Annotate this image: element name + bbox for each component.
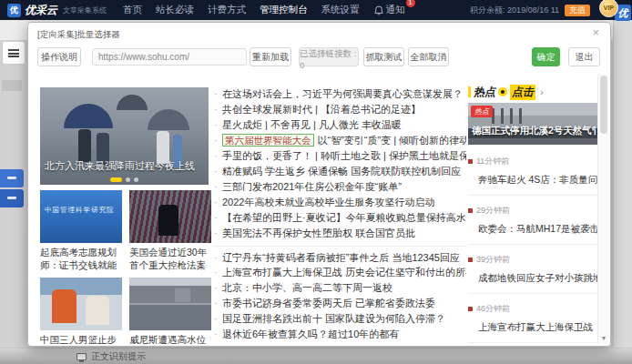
monitor-icon [76,353,87,360]
url-input[interactable] [92,48,247,66]
headline-item[interactable]: 2022年高校未就业高校毕业生服务攻坚行动启动 [213,195,466,210]
thumbnail-grid: 中国管理科学研究院 起底高考志愿规划师：证书交钱就能拿 美国会通过近30年首个重… [40,190,211,344]
headline-text: 辽宁丹东“持黄码者看病被拒”事件之后 当地12345回应 [222,252,460,263]
cancel-all-button[interactable]: 全部取消 [408,47,449,66]
chevron-right-icon[interactable]: › [540,86,544,97]
hot-list-item[interactable]: 11分钟前 奔驰车起火 4S店：非质量问题 [468,147,597,196]
click-target-icon [498,87,507,96]
headline-item[interactable]: 退休近6年被查算久吗？超过10年的都有 [213,327,466,342]
reload-button[interactable]: 重新加载 [250,47,291,66]
help-button[interactable]: 操作说明 [37,47,81,66]
thumbnail-caption[interactable]: 起底高考志愿规划师：证书交钱就能拿 [40,246,122,271]
pedestrian-shape [78,129,91,162]
recharge-button[interactable]: 充值 [565,5,590,16]
nav-item[interactable]: 首页 [123,4,142,16]
headline-text: 以“智”变引“质”变 | 倾听创新的律动 [318,135,467,146]
carousel[interactable]: 北方入汛来最强降雨过程今夜上线 [40,87,209,185]
headline-item[interactable]: 共创全球发展新时代 | 【沿着总书记的足迹】 [213,102,466,117]
notification-badge: 1 [406,0,415,7]
selected-count-field: 已选择链接数 : 0 [299,47,359,66]
carousel-dot[interactable] [126,177,130,182]
notifications-button[interactable]: 通知 1 [374,4,405,16]
hot-section-header[interactable]: 热点 点击 › [468,86,597,98]
headline-item[interactable]: 市委书记跻身省委常委两天后 已掌舵省委政法委 [213,296,466,311]
headline-item[interactable]: 精准赋码 学生返乡 保通保畅 国务院联防联控机制回应 [213,164,466,179]
hot-list-item[interactable]: 29分钟前 欧委会：马航MH17是被袭击的 [468,196,597,245]
thumbnail-caption[interactable]: 美国会通过近30年首个重大控枪法案 [129,246,211,271]
headline-item[interactable]: 【在希望的田野上·夏收记】今年夏粮收购总量保持高水平 [213,210,466,226]
red-bullet [468,307,473,311]
app-logo[interactable]: 优 优采云 文章采集系统 [7,3,116,18]
highlighted-link[interactable]: 第六届世界智能大会 [222,134,314,147]
nav-item[interactable]: 计费方式 [208,4,246,16]
headline-text: 精准赋码 学生返乡 保通保畅 国务院联防联控机制回应 [222,166,461,177]
scrollbar[interactable]: ▾ [597,74,609,344]
menu-icon [8,49,19,57]
headline-item[interactable]: 上海宣布打赢大上海保卫战 历史会记住坚守和付出的所有人 [213,265,466,280]
headline-item[interactable]: 第六届世界智能大会以“智”变引“质”变 | 倾听创新的律动 [213,133,466,148]
main-nav: 首页 站长必读 计费方式 管理控制台 系统设置 [123,4,360,16]
hot-item-time: 29分钟前 [476,205,510,217]
headline-item[interactable]: 北京：中小学、高一高二等下周一返校 [213,280,466,296]
news-thumbnail[interactable]: 中国三人男篮止步小组赛 [40,278,122,344]
hot-item-time: 39分钟前 [476,254,510,266]
headline-item[interactable]: 手里的饭，更香了！ | 聆听土地之歌 | 保护黑土地就是保护每个… [213,148,466,164]
hot-item-title: 欧委会：马航MH17是被袭击的 [468,223,597,236]
thumbnail-caption[interactable]: 威尼斯遭遇高水位侵袭 圣 [129,333,211,344]
embedded-webpage: 北方入汛来最强降雨过程今夜上线 中国管理科学研究院 起底高考志愿规划师：证书交钱… [29,74,609,344]
headline-text: 国足亚洲排名跌出前十 国家队建设为何陷入停滞？ [222,313,445,324]
carousel-dot-active[interactable] [110,177,122,182]
headline-text: 美国宪法不再保护女性堕胎权 联合国官员批 [222,228,415,238]
headline-text: 退休近6年被查算久吗？超过10年的都有 [222,329,399,339]
red-bullet [468,159,473,164]
thumbnail-image [40,278,122,330]
carousel-dot[interactable] [134,177,138,182]
thumbnail-image [129,190,211,243]
thumbnail-caption[interactable]: 中国三人男篮止步小组赛 [40,333,122,344]
hot-item-time: 46分钟前 [476,303,510,315]
confirm-button[interactable]: 确定 [532,47,560,66]
umbrella-shape [117,95,148,110]
hot-header-right: 点击 [510,85,535,100]
nav-item[interactable]: 站长必读 [156,4,194,16]
exit-button[interactable]: 退出 [568,47,600,66]
hot-clicks-section: 热点 点击 › 热点 德国正式停用北溪2号天然气管道 11分钟前 [468,86,597,343]
headline-text: 【在希望的田野上·夏收记】今年夏粮收购总量保持高水平 [222,212,466,223]
headline-item[interactable]: 星火成炬 | 不舍再见 | 凡人微光 丰收温暖 [213,117,466,133]
topbar: 优 优采云 文章采集系统 首页 站长必读 计费方式 管理控制台 系统设置 通知 … [0,0,632,20]
hot-badge: 热点 [471,106,493,117]
notice-label: 通知 [386,4,405,16]
nav-item[interactable]: 管理控制台 [260,4,308,16]
scroll-down-icon[interactable]: ▾ [598,334,609,342]
news-thumbnail[interactable]: 威尼斯遭遇高水位侵袭 圣 [129,278,211,344]
carousel-caption[interactable]: 北方入汛来最强降雨过程今夜上线 [45,159,204,173]
headline-list: 在这场对话会上，习近平为何强调要真心实意谋发展？ 共创全球发展新时代 | 【沿着… [213,86,466,342]
side-tab-1[interactable] [0,169,24,187]
carousel-dots[interactable] [40,177,209,182]
news-thumbnail[interactable]: 中国管理科学研究院 起底高考志愿规划师：证书交钱就能拿 [40,190,122,271]
hot-item-title: 奔驰车起火 4S店：非质量问题 [468,174,597,187]
hot-feature-card[interactable]: 热点 德国正式停用北溪2号天然气管道 [468,103,597,145]
headline-text: 在这场对话会上，习近平为何强调要真心实意谋发展？ [222,88,463,99]
nav-item[interactable]: 系统设置 [321,4,360,16]
news-thumbnail[interactable]: 美国会通过近30年首个重大控枪法案 [129,190,211,271]
headline-item[interactable]: 三部门发布2021年住房公积金年度“账单” [213,179,466,195]
headline-text: 上海宣布打赢大上海保卫战 历史会记住坚守和付出的所有人 [222,267,466,278]
hot-list-item[interactable]: 39分钟前 成都地铁回应女子对小孩跳地铁 [468,245,597,294]
hot-item-title: 成都地铁回应女子对小孩跳地铁 [468,272,597,285]
side-tab-2[interactable] [0,189,24,207]
headline-item[interactable]: 辽宁丹东“持黄码者看病被拒”事件之后 当地12345回应 [213,246,466,265]
hot-list-item[interactable]: 46分钟前 上海宣布打赢大上海保卫战 [468,294,597,343]
red-bullet [468,258,473,262]
hot-feature-caption: 德国正式停用北溪2号天然气管道 [472,125,596,137]
hot-item-time: 11分钟前 [476,156,509,167]
headline-item[interactable]: 美国宪法不再保护女性堕胎权 联合国官员批 [213,226,466,241]
close-icon[interactable]: × [592,26,599,39]
scrape-test-button[interactable]: 抓取测试 [363,47,404,66]
headline-item[interactable]: 在这场对话会上，习近平为何强调要真心实意谋发展？ [213,86,466,102]
thumbnail-image: 中国管理科学研究院 [40,190,122,243]
scrollbar-thumb[interactable] [600,76,607,134]
red-bullet [468,208,473,213]
headline-item[interactable]: 国足亚洲排名跌出前十 国家队建设为何陷入停滞？ [213,311,466,327]
yellow-bar [468,86,471,97]
